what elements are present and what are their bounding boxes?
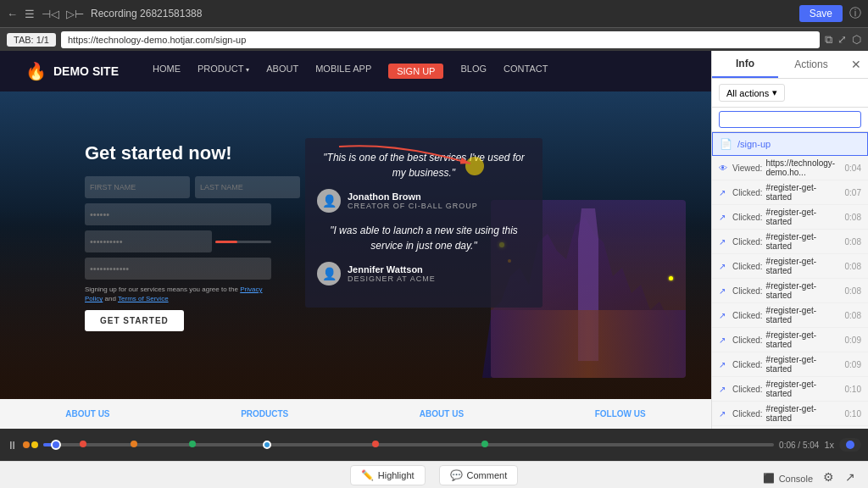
current-page-label: /sign-up — [737, 139, 860, 149]
activity-item[interactable]: 👁 Viewed: https://technology-demo.ho... … — [712, 156, 868, 180]
timeline-track[interactable] — [43, 443, 774, 446]
author-2-role: DESIGNER AT ACME — [348, 274, 436, 283]
activity-item[interactable]: ↗ Clicked: #register-get-started 0:09 — [712, 352, 868, 377]
terms-link[interactable]: Terms of Service — [118, 295, 169, 302]
nav-mobile-app[interactable]: MOBILE APP — [315, 64, 371, 79]
save-button[interactable]: Save — [799, 5, 843, 22]
current-action-row: 📄 /sign-up — [712, 132, 868, 156]
activity-action-label: Clicked: — [732, 360, 763, 369]
activity-element-label: #register-get-started — [766, 306, 841, 324]
activity-item[interactable]: ↗ Clicked: #register-get-started 0:08 — [712, 303, 868, 328]
last-name-input[interactable] — [195, 176, 300, 198]
back-nav-icon[interactable]: ⊣◁ — [42, 8, 59, 20]
event-marker-2[interactable] — [131, 441, 137, 447]
share-icon[interactable]: ⬡ — [852, 33, 861, 47]
search-input[interactable] — [719, 111, 861, 128]
author-2-info: Jennifer Wattson DESIGNER AT ACME — [348, 264, 436, 283]
highlight-button[interactable]: ✏️ Highlight — [350, 465, 426, 485]
activity-type-icon: 👁 — [719, 164, 729, 173]
nav-blog[interactable]: BLOG — [460, 64, 487, 79]
first-name-input[interactable] — [85, 176, 190, 198]
activity-item[interactable]: ↗ Clicked: #register-get-started 0:08 — [712, 254, 868, 279]
tab-actions[interactable]: Actions — [778, 52, 844, 77]
timeline-playhead[interactable] — [51, 440, 61, 450]
activity-action-label: Clicked: — [732, 311, 763, 320]
share-ext-button[interactable]: ↗ — [845, 470, 855, 484]
event-marker-5[interactable] — [372, 441, 379, 447]
speed-selector[interactable]: 1x — [824, 440, 834, 450]
activity-action-label: Clicked: — [732, 385, 763, 394]
panel-actions-row: All actions ▾ — [712, 79, 868, 108]
activity-item[interactable]: ↗ Clicked: #register-get-started 0:10 — [712, 377, 868, 402]
testimonial-2-quote: "I was able to launch a new site using t… — [317, 223, 531, 253]
activity-time: 0:09 — [844, 360, 861, 369]
nav-product[interactable]: PRODUCT ▾ — [198, 64, 249, 79]
marker-yellow[interactable] — [31, 441, 38, 448]
activity-element-label: #register-get-started — [766, 232, 841, 251]
back-icon[interactable]: ← — [7, 8, 18, 20]
nav-contact[interactable]: CONTACT — [504, 64, 548, 79]
main-content: 🔥 DEMO SITE HOME PRODUCT ▾ ABOUT MOBILE … — [0, 51, 868, 429]
get-started-button[interactable]: GET STARTED — [85, 310, 184, 331]
activity-action-label: Clicked: — [732, 213, 763, 222]
comment-button[interactable]: 💬 Comment — [439, 465, 519, 485]
nav-sign-up[interactable]: SIGN UP — [388, 64, 443, 79]
all-actions-button[interactable]: All actions ▾ — [719, 84, 785, 102]
signup-title: Get started now! — [85, 142, 271, 164]
confirm-row — [85, 258, 271, 280]
activity-item[interactable]: ↗ Clicked: #register-get-started 0:08 — [712, 230, 868, 254]
hero-section: Get started now! Si — [0, 92, 711, 429]
activity-time: 0:08 — [844, 262, 861, 271]
activity-type-icon: ↗ — [719, 311, 729, 320]
help-icon[interactable]: ⓘ — [849, 6, 861, 21]
activity-type-icon: ↗ — [719, 336, 729, 345]
event-marker-6[interactable] — [481, 441, 488, 447]
comment-icon: 💬 — [450, 469, 463, 481]
event-marker-3[interactable] — [189, 441, 196, 447]
search-row — [712, 108, 868, 132]
forward-nav-icon[interactable]: ▷⊢ — [66, 8, 84, 20]
record-button[interactable] — [839, 438, 861, 452]
right-panel: Info Actions ✕ All actions ▾ 📄 /sign-up … — [711, 51, 868, 429]
footer-about[interactable]: ABOUT US — [65, 409, 109, 419]
testimonial-2-author: 👤 Jennifer Wattson DESIGNER AT ACME — [317, 262, 531, 286]
event-marker-4[interactable] — [263, 441, 271, 449]
panel-close-button[interactable]: ✕ — [844, 51, 868, 78]
activity-item[interactable]: ↗ Clicked: #register-get-started 0:08 — [712, 205, 868, 230]
nav-home[interactable]: HOME — [153, 64, 181, 79]
settings-button[interactable]: ⚙ — [823, 470, 834, 484]
footer-about2[interactable]: ABOUT US — [420, 409, 464, 419]
email-row — [85, 203, 271, 225]
activity-action-label: Viewed: — [732, 164, 762, 173]
url-bar[interactable]: https://technology-demo.hotjar.com/sign-… — [61, 31, 820, 48]
duplicate-icon[interactable]: ⧉ — [825, 33, 832, 47]
activity-item[interactable]: ↗ Clicked: #register-get-started 0:07 — [712, 180, 868, 205]
console-button[interactable]: ⬛ Console — [763, 473, 813, 484]
top-bar: ← ☰ ⊣◁ ▷⊢ Recording 26821581388 Save ⓘ — [0, 0, 868, 27]
email-input[interactable] — [85, 203, 271, 225]
dropdown-arrow: ▾ — [246, 66, 249, 74]
confirm-input[interactable] — [85, 258, 271, 280]
menu-icon[interactable]: ☰ — [25, 8, 35, 20]
activity-element-label: #register-get-started — [766, 330, 841, 349]
nav-about[interactable]: ABOUT — [266, 64, 298, 79]
action-bar: ✏️ Highlight 💬 Comment ⬛ Console ⚙ ↗ — [0, 461, 868, 488]
marker-orange[interactable] — [23, 441, 30, 448]
activity-action-label: Clicked: — [732, 409, 763, 419]
timeline-markers-left — [23, 441, 38, 448]
activity-item[interactable]: ↗ Clicked: #register-get-started 0:10 — [712, 402, 868, 426]
activity-item[interactable]: ↗ Clicked: #register-get-started 0:08 — [712, 279, 868, 303]
play-pause-button[interactable]: ⏸ — [7, 439, 18, 452]
password-input[interactable] — [85, 230, 212, 252]
event-marker-1[interactable] — [80, 441, 86, 447]
console-icon: ⬛ — [763, 473, 775, 484]
footer-products[interactable]: PRODUCTS — [241, 409, 288, 419]
author-1-avatar: 👤 — [317, 189, 341, 213]
tab-info[interactable]: Info — [712, 51, 778, 78]
activity-item[interactable]: ↗ Clicked: #register-get-started 0:09 — [712, 328, 868, 352]
expand-icon[interactable]: ⤢ — [837, 33, 847, 47]
activity-type-icon: ↗ — [719, 188, 729, 197]
highlight-icon: ✏️ — [361, 469, 374, 481]
footer-follow[interactable]: FOLLOW US — [595, 409, 646, 419]
activity-time: 0:09 — [844, 336, 861, 345]
